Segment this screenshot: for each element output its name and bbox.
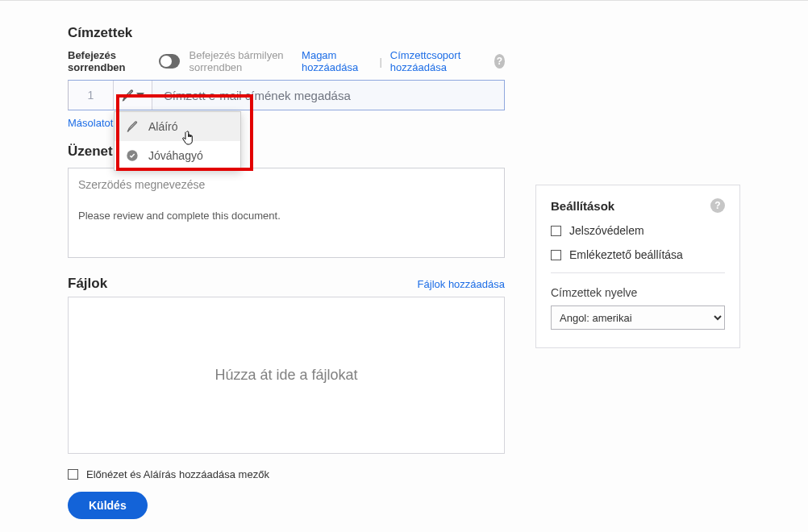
dropzone-text: Húzza át ide a fájlokat bbox=[214, 367, 357, 384]
recipient-language-select[interactable]: Angol: amerikai bbox=[551, 305, 725, 330]
recipient-row: 1 bbox=[68, 80, 505, 110]
complete-in-order-label: Befejezés sorrendben bbox=[68, 49, 149, 73]
recipient-email-input[interactable] bbox=[152, 81, 504, 110]
role-option-signer[interactable]: Aláíró bbox=[115, 112, 240, 141]
add-recipient-group-link[interactable]: Címzettcsoport hozzáadása bbox=[390, 49, 486, 73]
reminder-label: Emlékeztető beállítása bbox=[569, 248, 683, 261]
pen-icon bbox=[121, 89, 135, 102]
toggle-knob bbox=[160, 56, 172, 67]
help-icon[interactable]: ? bbox=[710, 198, 725, 213]
add-files-link[interactable]: Fájlok hozzáadása bbox=[418, 278, 505, 290]
files-dropzone[interactable]: Húzza át ide a fájlokat bbox=[68, 297, 505, 454]
role-option-approver-label: Jóváhagyó bbox=[148, 149, 203, 162]
settings-panel: Beállítások ? Jelszóvédelem Emlékeztető … bbox=[535, 185, 740, 348]
message-body-textarea[interactable]: Please review and complete this document… bbox=[68, 200, 505, 258]
recipient-index: 1 bbox=[69, 81, 114, 110]
role-option-approver[interactable]: Jóváhagyó bbox=[115, 141, 240, 170]
order-toggle[interactable] bbox=[159, 54, 179, 69]
reminder-checkbox[interactable] bbox=[551, 250, 561, 260]
help-icon[interactable]: ? bbox=[494, 54, 505, 69]
complete-any-order-label: Befejezés bármilyen sorrendben bbox=[190, 49, 302, 73]
check-circle-icon bbox=[126, 149, 139, 162]
agreement-name-input[interactable] bbox=[68, 168, 505, 200]
password-protect-label: Jelszóvédelem bbox=[569, 224, 644, 237]
link-separator: | bbox=[379, 56, 381, 68]
recipients-title: Címzettek bbox=[68, 25, 505, 41]
recipient-language-label: Címzettek nyelve bbox=[551, 286, 725, 299]
chevron-down-icon bbox=[136, 93, 144, 98]
files-title: Fájlok bbox=[68, 276, 107, 292]
divider bbox=[551, 272, 725, 273]
send-button[interactable]: Küldés bbox=[68, 492, 148, 519]
pen-icon bbox=[126, 120, 139, 133]
role-option-signer-label: Aláíró bbox=[148, 120, 178, 133]
add-me-link[interactable]: Magam hozzáadása bbox=[302, 49, 371, 73]
recipient-role-selector[interactable]: Aláíró Jóváhagyó bbox=[114, 81, 152, 110]
settings-title: Beállítások bbox=[551, 199, 614, 213]
preview-checkbox-label: Előnézet és Aláírás hozzáadása mezők bbox=[86, 468, 269, 480]
password-protect-checkbox[interactable] bbox=[551, 226, 561, 236]
preview-checkbox[interactable] bbox=[68, 469, 78, 480]
role-dropdown: Aláíró Jóváhagyó bbox=[114, 111, 241, 171]
